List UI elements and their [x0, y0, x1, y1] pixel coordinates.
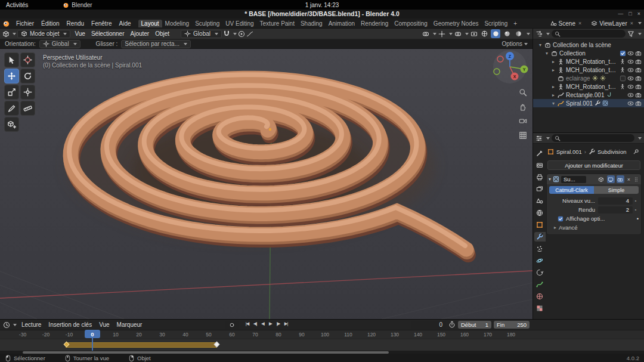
drag-handle-icon[interactable]	[633, 177, 639, 182]
properties-tab-modifiers[interactable]	[534, 232, 546, 242]
workspace-tab-rendering[interactable]: Rendering	[358, 20, 391, 27]
current-frame-field[interactable]: 0	[411, 321, 446, 329]
options-dropdown[interactable]: Options	[502, 41, 528, 47]
optimal-display-checkbox[interactable]	[558, 216, 564, 222]
falloff-icon[interactable]	[246, 30, 253, 38]
autokey-toggle[interactable]	[225, 321, 239, 329]
breadcrumb-object[interactable]: Spiral.001	[556, 148, 582, 155]
playhead-frame-badge[interactable]: 0	[85, 330, 100, 338]
blender-menu-icon[interactable]	[2, 20, 10, 27]
outliner-row-rectangle-001[interactable]: ▸Rectangle.001	[533, 91, 644, 99]
outliner-search-input[interactable]	[562, 31, 623, 37]
outliner-editor-icon[interactable]	[535, 30, 543, 38]
timeline-menu-vue[interactable]: Vue	[95, 321, 113, 328]
close-button[interactable]: ×	[637, 10, 640, 18]
eye-icon[interactable]	[627, 100, 634, 107]
workspace-tab-animation[interactable]: Animation	[326, 20, 358, 27]
modifier-header[interactable]: ▾ Su... ×	[547, 174, 641, 184]
visibility-icon[interactable]	[422, 30, 429, 38]
tool-add-cube-button[interactable]	[4, 117, 19, 132]
pin-icon[interactable]	[633, 148, 639, 155]
frame-end-field[interactable]: Fin 250	[494, 321, 530, 329]
workspace-tab-texture-paint[interactable]: Texture Paint	[257, 20, 298, 27]
camera-icon[interactable]	[635, 58, 642, 65]
workspace-tab-uv-editing[interactable]: UV Editing	[222, 20, 256, 27]
menu-fen-tre[interactable]: Fenêtre	[88, 20, 115, 27]
disclosure-right-icon[interactable]: ▸	[551, 92, 556, 98]
properties-search-input[interactable]	[562, 135, 631, 141]
outliner-search[interactable]	[552, 30, 626, 38]
disclosure-down-icon[interactable]: ▾	[538, 42, 543, 48]
frame-start-field[interactable]: Début 1	[458, 321, 491, 329]
workspace-tab-sculpting[interactable]: Sculpting	[192, 20, 222, 27]
viewlayer-remove-button[interactable]: ×	[629, 20, 634, 26]
tool-measure-button[interactable]	[20, 101, 35, 116]
simple-button[interactable]: Simple	[594, 186, 639, 194]
viewport-menu-ajouter[interactable]: Ajouter	[128, 30, 153, 37]
properties-options-caret[interactable]	[638, 137, 642, 140]
gizmos-toggle-icon[interactable]	[438, 30, 445, 38]
viewlayer-dropdown-caret[interactable]	[638, 22, 642, 24]
properties-tab-material[interactable]	[534, 292, 546, 301]
filter-funnel-icon[interactable]	[627, 30, 634, 38]
play-button[interactable]: ▶	[267, 321, 274, 326]
modifier-render-toggle[interactable]	[617, 175, 624, 183]
zoom-button[interactable]	[518, 87, 528, 98]
breadcrumb-modifier[interactable]: Subdivision	[597, 148, 627, 155]
menu-aide[interactable]: Aide	[116, 20, 135, 27]
workspace-tab-geometry-nodes[interactable]: Geometry Nodes	[431, 20, 482, 27]
outliner-row-collection[interactable]: ▾Collection	[533, 49, 644, 57]
properties-tab-output[interactable]	[534, 172, 546, 182]
stopwatch-icon[interactable]	[448, 321, 456, 328]
timeline-menu-insertion-de-cl-s[interactable]: Insertion de clés	[45, 321, 95, 328]
tool-transform-button[interactable]	[20, 85, 35, 100]
outliner-row-eclairage[interactable]: eclairage	[533, 74, 644, 82]
gizmos-caret[interactable]	[449, 33, 453, 35]
properties-editor-caret[interactable]	[546, 137, 550, 140]
properties-tab-view-layer[interactable]	[534, 184, 546, 194]
editor-type-caret[interactable]	[13, 33, 16, 35]
camera-icon[interactable]	[635, 92, 642, 98]
timeline-menu-lecture[interactable]: Lecture	[18, 321, 45, 328]
shading-material-button[interactable]	[502, 29, 512, 38]
tool-select-box-button[interactable]	[4, 52, 19, 67]
properties-tab-particles[interactable]	[534, 244, 546, 253]
app-indicator[interactable]: Blender	[63, 2, 92, 8]
snap-magnet-icon[interactable]	[223, 30, 230, 38]
shading-rendered-button[interactable]	[513, 29, 523, 38]
overlays-caret[interactable]	[465, 33, 469, 35]
eye-icon[interactable]	[627, 83, 634, 90]
navigation-gizmo[interactable]: Z Y X	[490, 49, 530, 86]
check-icon[interactable]	[620, 50, 626, 57]
viewlayer-selector[interactable]: ViewLayer	[599, 20, 627, 27]
tool-rotate-button[interactable]	[20, 69, 35, 83]
properties-tab-world[interactable]	[534, 208, 546, 218]
disclosure-right-icon[interactable]: ▸	[551, 59, 556, 64]
workspace-tab-compositing[interactable]: Compositing	[391, 20, 431, 27]
prev-keyframe-button[interactable]: ◀|	[251, 321, 259, 326]
render-levels-field[interactable]: 2	[598, 206, 633, 214]
timeline-keyframe-area[interactable]	[0, 339, 644, 351]
ortho-toggle-button[interactable]	[518, 130, 528, 141]
disclosure-down-icon[interactable]: ▾	[551, 101, 556, 106]
visibility-caret[interactable]	[433, 33, 436, 35]
modifier-realtime-toggle[interactable]	[607, 175, 615, 183]
maximize-button[interactable]: □	[628, 10, 631, 18]
properties-tab-texture[interactable]	[534, 304, 546, 313]
modifier-name-field[interactable]: Su...	[561, 176, 586, 183]
properties-tab-physics[interactable]	[534, 256, 546, 265]
shading-caret[interactable]	[527, 33, 530, 35]
outliner-row-collection-de-la-sc-ne[interactable]: ▾Collection de la scène	[533, 41, 644, 49]
workspace-tab-scripting[interactable]: Scripting	[481, 20, 510, 27]
viewport-menu-s-lectionner[interactable]: Sélectionner	[88, 30, 128, 37]
outliner-editor-caret[interactable]	[546, 33, 550, 35]
timeline-editor-icon[interactable]	[3, 321, 10, 329]
eye-icon[interactable]	[627, 50, 634, 57]
outliner-row-spiral-001[interactable]: ▾Spiral.001	[533, 99, 644, 107]
jump-end-button[interactable]: ▶|	[282, 321, 290, 326]
workspace-tab-modeling[interactable]: Modeling	[162, 20, 193, 27]
eye-icon[interactable]	[627, 67, 634, 73]
editor-type-icon[interactable]	[2, 30, 10, 38]
timeline-menu-marqueur[interactable]: Marqueur	[113, 321, 146, 328]
menu-fichier[interactable]: Fichier	[13, 20, 38, 27]
